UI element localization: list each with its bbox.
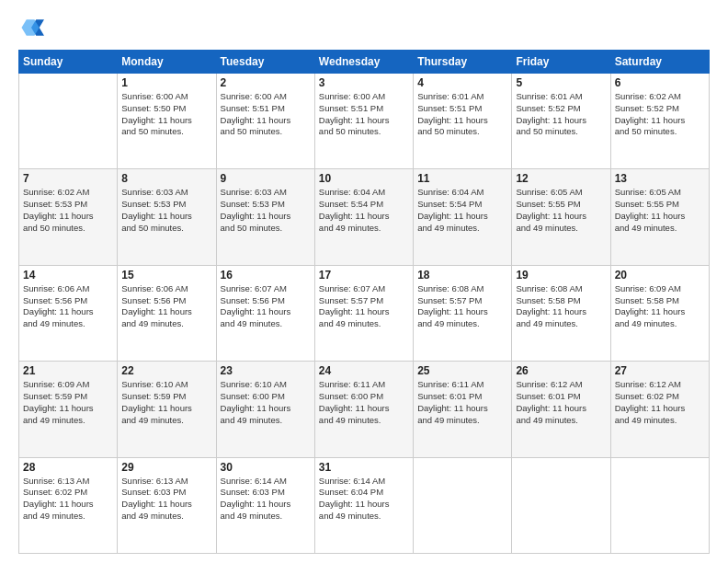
day-number: 8 bbox=[121, 172, 211, 185]
day-info: Sunrise: 6:10 AM Sunset: 6:00 PM Dayligh… bbox=[221, 379, 311, 426]
calendar-cell: 20Sunrise: 6:09 AM Sunset: 5:58 PM Dayli… bbox=[610, 265, 709, 361]
day-info: Sunrise: 6:02 AM Sunset: 5:53 PM Dayligh… bbox=[23, 187, 113, 234]
day-info: Sunrise: 6:01 AM Sunset: 5:51 PM Dayligh… bbox=[417, 91, 507, 138]
day-number: 6 bbox=[615, 76, 705, 89]
calendar-cell: 2Sunrise: 6:00 AM Sunset: 5:51 PM Daylig… bbox=[216, 74, 314, 169]
day-info: Sunrise: 6:11 AM Sunset: 6:01 PM Dayligh… bbox=[417, 379, 507, 426]
day-info: Sunrise: 6:05 AM Sunset: 5:55 PM Dayligh… bbox=[615, 187, 705, 234]
calendar-cell: 9Sunrise: 6:03 AM Sunset: 5:53 PM Daylig… bbox=[216, 169, 314, 265]
day-info: Sunrise: 6:08 AM Sunset: 5:57 PM Dayligh… bbox=[417, 283, 507, 330]
calendar-cell bbox=[19, 74, 118, 169]
calendar-cell: 18Sunrise: 6:08 AM Sunset: 5:57 PM Dayli… bbox=[414, 265, 512, 361]
day-number: 25 bbox=[417, 364, 507, 377]
day-number: 7 bbox=[23, 172, 113, 185]
day-info: Sunrise: 6:10 AM Sunset: 5:59 PM Dayligh… bbox=[121, 379, 211, 426]
day-info: Sunrise: 6:09 AM Sunset: 5:59 PM Dayligh… bbox=[23, 379, 113, 426]
day-info: Sunrise: 6:09 AM Sunset: 5:58 PM Dayligh… bbox=[615, 283, 705, 330]
calendar-cell: 22Sunrise: 6:10 AM Sunset: 5:59 PM Dayli… bbox=[118, 362, 216, 457]
calendar-cell: 1Sunrise: 6:00 AM Sunset: 5:50 PM Daylig… bbox=[118, 74, 216, 169]
day-info: Sunrise: 6:14 AM Sunset: 6:03 PM Dayligh… bbox=[221, 476, 311, 523]
week-row-3: 14Sunrise: 6:06 AM Sunset: 5:56 PM Dayli… bbox=[19, 265, 710, 361]
day-number: 21 bbox=[23, 364, 113, 377]
day-info: Sunrise: 6:14 AM Sunset: 6:04 PM Dayligh… bbox=[319, 476, 409, 523]
calendar-cell: 8Sunrise: 6:03 AM Sunset: 5:53 PM Daylig… bbox=[118, 169, 216, 265]
day-number: 12 bbox=[516, 172, 606, 185]
calendar-cell bbox=[512, 457, 610, 553]
calendar-cell: 15Sunrise: 6:06 AM Sunset: 5:56 PM Dayli… bbox=[118, 265, 216, 361]
day-number: 14 bbox=[23, 269, 113, 282]
day-info: Sunrise: 6:03 AM Sunset: 5:53 PM Dayligh… bbox=[221, 187, 311, 234]
calendar-cell: 26Sunrise: 6:12 AM Sunset: 6:01 PM Dayli… bbox=[512, 362, 610, 457]
day-number: 26 bbox=[516, 364, 606, 377]
day-info: Sunrise: 6:12 AM Sunset: 6:02 PM Dayligh… bbox=[615, 379, 705, 426]
day-info: Sunrise: 6:00 AM Sunset: 5:51 PM Dayligh… bbox=[221, 91, 311, 138]
day-number: 15 bbox=[121, 269, 211, 282]
day-number: 22 bbox=[121, 364, 211, 377]
day-info: Sunrise: 6:13 AM Sunset: 6:03 PM Dayligh… bbox=[121, 476, 211, 523]
col-header-thursday: Thursday bbox=[414, 51, 512, 74]
day-number: 27 bbox=[615, 364, 705, 377]
calendar-cell: 17Sunrise: 6:07 AM Sunset: 5:57 PM Dayli… bbox=[314, 265, 413, 361]
day-info: Sunrise: 6:12 AM Sunset: 6:01 PM Dayligh… bbox=[516, 379, 606, 426]
calendar-cell: 6Sunrise: 6:02 AM Sunset: 5:52 PM Daylig… bbox=[610, 74, 709, 169]
day-number: 28 bbox=[23, 461, 113, 474]
page: SundayMondayTuesdayWednesdayThursdayFrid… bbox=[0, 0, 728, 563]
calendar-cell: 25Sunrise: 6:11 AM Sunset: 6:01 PM Dayli… bbox=[414, 362, 512, 457]
day-number: 9 bbox=[221, 172, 311, 185]
day-info: Sunrise: 6:06 AM Sunset: 5:56 PM Dayligh… bbox=[23, 283, 113, 330]
calendar-cell: 31Sunrise: 6:14 AM Sunset: 6:04 PM Dayli… bbox=[314, 457, 413, 553]
calendar-cell: 7Sunrise: 6:02 AM Sunset: 5:53 PM Daylig… bbox=[19, 169, 118, 265]
col-header-friday: Friday bbox=[512, 51, 610, 74]
day-info: Sunrise: 6:04 AM Sunset: 5:54 PM Dayligh… bbox=[319, 187, 409, 234]
week-row-1: 1Sunrise: 6:00 AM Sunset: 5:50 PM Daylig… bbox=[19, 74, 710, 169]
col-header-wednesday: Wednesday bbox=[314, 51, 413, 74]
calendar-cell: 28Sunrise: 6:13 AM Sunset: 6:02 PM Dayli… bbox=[19, 457, 118, 553]
day-info: Sunrise: 6:02 AM Sunset: 5:52 PM Dayligh… bbox=[615, 91, 705, 138]
day-info: Sunrise: 6:08 AM Sunset: 5:58 PM Dayligh… bbox=[516, 283, 606, 330]
calendar-cell: 23Sunrise: 6:10 AM Sunset: 6:00 PM Dayli… bbox=[216, 362, 314, 457]
calendar-cell: 3Sunrise: 6:00 AM Sunset: 5:51 PM Daylig… bbox=[314, 74, 413, 169]
col-header-sunday: Sunday bbox=[19, 51, 118, 74]
col-header-saturday: Saturday bbox=[610, 51, 709, 74]
calendar-cell: 10Sunrise: 6:04 AM Sunset: 5:54 PM Dayli… bbox=[314, 169, 413, 265]
day-number: 18 bbox=[417, 269, 507, 282]
col-header-tuesday: Tuesday bbox=[216, 51, 314, 74]
logo-icon bbox=[18, 15, 44, 40]
calendar-cell: 11Sunrise: 6:04 AM Sunset: 5:54 PM Dayli… bbox=[414, 169, 512, 265]
calendar-cell: 13Sunrise: 6:05 AM Sunset: 5:55 PM Dayli… bbox=[610, 169, 709, 265]
day-number: 11 bbox=[417, 172, 507, 185]
day-number: 24 bbox=[319, 364, 409, 377]
day-number: 29 bbox=[121, 461, 211, 474]
day-number: 10 bbox=[319, 172, 409, 185]
calendar-cell: 29Sunrise: 6:13 AM Sunset: 6:03 PM Dayli… bbox=[118, 457, 216, 553]
week-row-2: 7Sunrise: 6:02 AM Sunset: 5:53 PM Daylig… bbox=[19, 169, 710, 265]
day-number: 2 bbox=[221, 76, 311, 89]
calendar-cell bbox=[610, 457, 709, 553]
calendar-cell: 14Sunrise: 6:06 AM Sunset: 5:56 PM Dayli… bbox=[19, 265, 118, 361]
day-number: 19 bbox=[516, 269, 606, 282]
day-info: Sunrise: 6:01 AM Sunset: 5:52 PM Dayligh… bbox=[516, 91, 606, 138]
day-info: Sunrise: 6:06 AM Sunset: 5:56 PM Dayligh… bbox=[121, 283, 211, 330]
col-header-monday: Monday bbox=[118, 51, 216, 74]
calendar-cell: 30Sunrise: 6:14 AM Sunset: 6:03 PM Dayli… bbox=[216, 457, 314, 553]
day-info: Sunrise: 6:07 AM Sunset: 5:56 PM Dayligh… bbox=[221, 283, 311, 330]
day-info: Sunrise: 6:05 AM Sunset: 5:55 PM Dayligh… bbox=[516, 187, 606, 234]
calendar-cell: 16Sunrise: 6:07 AM Sunset: 5:56 PM Dayli… bbox=[216, 265, 314, 361]
day-number: 1 bbox=[121, 76, 211, 89]
week-row-5: 28Sunrise: 6:13 AM Sunset: 6:02 PM Dayli… bbox=[19, 457, 710, 553]
calendar-table: SundayMondayTuesdayWednesdayThursdayFrid… bbox=[18, 50, 710, 554]
calendar-cell: 24Sunrise: 6:11 AM Sunset: 6:00 PM Dayli… bbox=[314, 362, 413, 457]
calendar-cell: 19Sunrise: 6:08 AM Sunset: 5:58 PM Dayli… bbox=[512, 265, 610, 361]
day-info: Sunrise: 6:03 AM Sunset: 5:53 PM Dayligh… bbox=[121, 187, 211, 234]
day-number: 31 bbox=[319, 461, 409, 474]
calendar-cell: 5Sunrise: 6:01 AM Sunset: 5:52 PM Daylig… bbox=[512, 74, 610, 169]
day-number: 13 bbox=[615, 172, 705, 185]
day-number: 5 bbox=[516, 76, 606, 89]
day-info: Sunrise: 6:00 AM Sunset: 5:50 PM Dayligh… bbox=[121, 91, 211, 138]
day-number: 3 bbox=[319, 76, 409, 89]
day-info: Sunrise: 6:11 AM Sunset: 6:00 PM Dayligh… bbox=[319, 379, 409, 426]
day-number: 16 bbox=[221, 269, 311, 282]
header bbox=[18, 15, 710, 40]
day-number: 17 bbox=[319, 269, 409, 282]
day-number: 20 bbox=[615, 269, 705, 282]
